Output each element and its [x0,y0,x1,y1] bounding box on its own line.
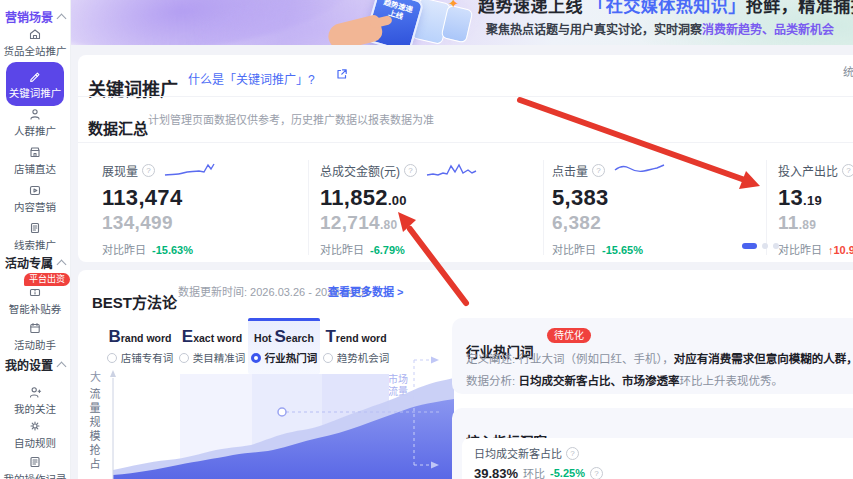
metric-clicks: 点击量? 5,383 6,382 对比昨日-15.65% [552,161,752,257]
section-title: 我的设置 [5,356,53,373]
data-summary-note: 计划管理页面数据仅供参考，历史推广数据以报表数据为准 [148,111,434,127]
metric-label: 展现量 [102,162,138,179]
data-analysis-line: 数据分析: 日均成交新客占比、市场渗透率环比上升表现优秀。 [466,372,783,388]
metric-divider [543,160,544,255]
subline-pre: 聚焦热点话题与用户真实讨论，实时洞察 [486,23,702,37]
metric-value: 5,383 [552,185,752,211]
help-icon[interactable]: ? [404,164,417,177]
divider [78,96,853,97]
metric-compare: 对比昨日-15.65% [552,241,752,257]
carousel-dot-active[interactable] [742,243,757,249]
sparkle-icon: ✦ [448,0,459,11]
storefront-icon [28,144,42,159]
chevron-up-icon [57,260,67,270]
help-icon[interactable]: ? [592,164,605,177]
metric-previous-value: 134,499 [102,212,302,234]
sidebar-item-label: 我的操作记录 [4,471,67,479]
sidebar-item-label: 关键词推广 [9,85,62,100]
sidebar-item-label: 线索推广 [14,237,56,252]
view-more-data-link[interactable]: 查看更多数据 > [328,283,403,299]
page-title: 关键词推广 [88,75,178,101]
help-icon[interactable]: ? [842,164,853,177]
core-metric-card: 日均成交新客占比? 39.83%环比-5.25%? 同行同层均值 34.34% [462,438,853,479]
corner-stat-text: 统计 [843,63,853,79]
platform-funded-badge: 平台出资 [24,273,70,286]
metric-roi: 投入产出比? 13.19 11.89 对比昨日↑10.93% [778,161,853,257]
sidebar-item-campaign-assistant[interactable]: 活动助手 [0,320,70,352]
keyword-promo-card: 关键词推广 什么是「关键词推广」? 统计 数据汇总 计划管理页面数据仅供参考，历… [78,55,853,262]
help-icon[interactable]: ? [566,447,579,460]
sparkline [613,161,665,179]
sidebar-item-audience-promo[interactable]: 人群推广 [0,106,70,138]
sidebar-item-auto-rules[interactable]: 自动规则 [0,418,70,450]
carousel-dot[interactable] [773,243,779,249]
to-optimize-badge: 待优化 [547,328,591,343]
help-icon[interactable]: ? [590,467,603,479]
sidebar-item-label: 活动助手 [14,337,56,352]
sidebar-item-label: 内容营销 [14,199,56,214]
sidebar-item-smart-subsidy[interactable]: 平台出资 智能补贴券 [0,284,70,316]
app-window: 营销场景 货品全站推广 关键词推广 人群推广 店铺直达 内容营销 线索推广 [0,0,853,479]
sidebar-item-label: 智能补贴券 [9,301,62,316]
metric-divider [308,160,309,255]
metric-label: 总成交金额(元) [320,162,400,179]
definition-line: 定义阐述: 行业大词（例如口红、手机），对应有消费需求但意向模糊的人群，拉新效果… [466,350,853,366]
sidebar-item-keyword-promo[interactable]: 关键词推广 [6,62,64,106]
headline-post: 抢鲜，精准捕捉 [746,0,853,16]
document-icon [28,454,42,469]
section-title: 营销场景 [5,8,53,25]
sidebar-item-shop-direct[interactable]: 店铺直达 [0,144,70,176]
pen-icon [28,68,42,83]
metric-impressions: 展现量? 113,474 134,499 对比昨日-15.63% [102,161,302,257]
metric-value: 113,474 [102,185,302,211]
tab-english-label: Brand word [104,327,176,347]
what-is-keyword-promo-link[interactable]: 什么是「关键词推广」? [188,70,315,87]
home-icon [28,26,42,41]
sidebar-item-operation-log[interactable]: 我的操作记录 [0,454,70,479]
ratio-label: 环比 [523,465,545,479]
sidebar-item-my-follows[interactable]: 我的关注 [0,384,70,416]
section-title: 活动专属 [5,254,53,271]
sidebar-section-campaign[interactable]: 活动专属 [0,254,70,271]
sidebar-item-label: 人群推广 [14,123,56,138]
metric-label: 点击量 [552,162,588,179]
sidebar-item-content-marketing[interactable]: 内容营销 [0,182,70,214]
metric-previous-value: 6,382 [552,212,752,234]
sidebar-item-label: 我的关注 [14,401,56,416]
file-icon [28,220,42,235]
metric-compare: 对比昨日-6.79% [320,241,520,257]
sidebar-item-full-site-promo[interactable]: 货品全站推广 [0,26,70,58]
divider [78,142,853,143]
banner-headline: 趋势速递上线 「社交媒体热知识」抢鲜，精准捕捉 [478,0,853,17]
headline-highlight: 「社交媒体热知识」 [588,0,746,16]
tab-english-label: Trend word [320,327,392,347]
data-summary-title: 数据汇总 [88,117,148,138]
best-method-card: BEST方法论 数据更新时间: 2026.03.26 - 2026.04.01 … [78,270,853,479]
external-link-icon[interactable] [336,68,348,80]
ratio-value: -5.25% [550,467,585,479]
calendar-icon [28,320,42,335]
coupon-icon [28,284,42,299]
sidebar-section-settings[interactable]: 我的设置 [0,356,70,373]
sidebar-section-marketing[interactable]: 营销场景 [0,8,70,25]
core-metric-label: 日均成交新客占比 [474,445,562,461]
tab-english-label: Exact word [176,327,248,347]
video-icon [28,182,42,197]
person-plus-icon [28,384,42,399]
best-method-title: BEST方法论 [92,291,177,312]
sparkline [425,161,477,179]
metric-total-gmv: 总成交金额(元)? 11,852.00 12,714.80 对比昨日-6.79% [320,161,520,257]
promo-banner[interactable]: 趋势速递上线 ✦ 趋势速递上线 「社交媒体热知识」抢鲜，精准捕捉 聚焦热点话题与… [70,0,853,45]
sidebar: 营销场景 货品全站推广 关键词推广 人群推广 店铺直达 内容营销 线索推广 [0,0,71,479]
sidebar-item-label: 店铺直达 [14,161,56,176]
help-icon[interactable]: ? [142,164,155,177]
metric-compare: 对比昨日-15.63% [102,241,302,257]
metric-divider [766,160,767,255]
sidebar-item-lead-promo[interactable]: 线索推广 [0,220,70,252]
carousel-dot[interactable] [762,243,768,249]
sidebar-item-label: 自动规则 [14,435,56,450]
metric-previous-value: 12,714.80 [320,212,520,234]
gear-icon [28,418,42,433]
industry-hot-words-panel: 行业热门词 待优化 定义阐述: 行业大词（例如口红、手机），对应有消费需求但意向… [452,318,853,394]
metric-value: 13.19 [778,185,853,211]
